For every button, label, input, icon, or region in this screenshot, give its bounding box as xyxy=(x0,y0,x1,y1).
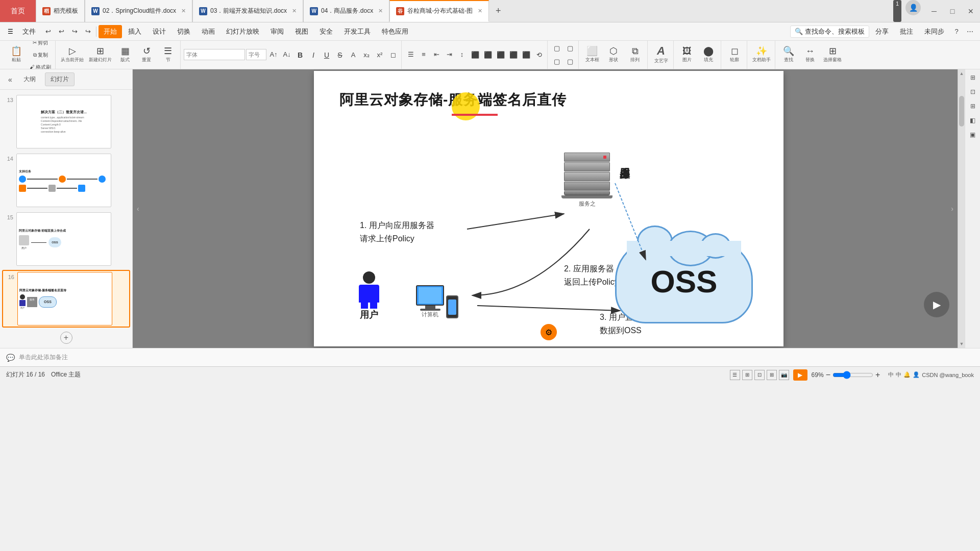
add-slide-button[interactable]: + xyxy=(60,332,72,344)
menu-devtools[interactable]: 开发工具 xyxy=(339,25,376,38)
tab-close-1[interactable]: ✕ xyxy=(181,8,186,14)
arrange-button[interactable]: ⧉ 排列 xyxy=(625,43,645,67)
align-justify-button[interactable]: ⬛ xyxy=(507,49,520,61)
new-slide-button[interactable]: ⊞ 新建幻灯片 xyxy=(87,43,114,67)
list-num-button[interactable]: ≡ xyxy=(418,48,430,61)
cut-button[interactable]: ✂ 剪切 xyxy=(28,41,53,48)
zoom-slider[interactable] xyxy=(832,371,873,379)
sidebar-tab-outline[interactable]: 大纲 xyxy=(18,73,41,86)
v-scrollbar[interactable]: ▲ ▼ xyxy=(958,69,965,348)
slide-item-13[interactable]: 13 解决方案（二）整复齐次请... content.type...applic… xyxy=(2,94,130,149)
draw-btn-4[interactable]: ▢ xyxy=(564,56,576,68)
undo-button[interactable]: ↩ xyxy=(42,26,54,38)
find-button[interactable]: 🔍 查找 xyxy=(778,43,799,67)
tab-close-4[interactable]: ✕ xyxy=(478,8,482,14)
prev-slide-button[interactable]: ‹ xyxy=(137,205,139,213)
menu-security[interactable]: 安全 xyxy=(314,25,338,38)
menu-animate[interactable]: 动画 xyxy=(197,25,220,38)
tab-gulimall[interactable]: 谷 谷粒商城-分布式基础-图 ✕ xyxy=(389,0,489,22)
tab-goods[interactable]: W 04．商品服务.docx ✕ xyxy=(303,0,389,22)
view-outline-button[interactable]: ⊞ xyxy=(742,370,752,380)
indent-button[interactable]: ⇤ xyxy=(430,48,443,61)
zoom-out-button[interactable]: − xyxy=(826,370,830,380)
menu-insert[interactable]: 插入 xyxy=(123,25,146,38)
tab-frontend[interactable]: W 03．前端开发基础知识.docx ✕ xyxy=(192,0,303,22)
notes-placeholder[interactable]: 单击此处添加备注 xyxy=(19,353,68,362)
tab-daoke[interactable]: 稻 稻壳模板 xyxy=(36,0,85,22)
v-scrollbar-thumb[interactable] xyxy=(959,96,964,127)
italic-button[interactable]: I xyxy=(307,49,320,61)
right-panel-btn-4[interactable]: ◧ xyxy=(967,114,979,127)
hamburger-menu[interactable]: ☰ xyxy=(4,26,16,38)
outdent-button[interactable]: ⇥ xyxy=(443,48,455,61)
bold-button[interactable]: B xyxy=(294,49,306,61)
layout-button[interactable]: ▦ 版式 xyxy=(115,43,135,67)
format-brush-button[interactable]: 🖌 格式刷 xyxy=(28,62,53,70)
shadow-button[interactable]: ◻ xyxy=(387,49,399,61)
outline-button[interactable]: ◻ 轮廓 xyxy=(724,43,745,67)
slide-item-16[interactable]: 16 阿里云对象存储-服务端签名后直传 用户 xyxy=(2,270,130,328)
maximize-button[interactable]: □ xyxy=(943,0,962,22)
draw-btn-1[interactable]: ▢ xyxy=(551,42,563,55)
subscript-button[interactable]: x₂ xyxy=(360,49,373,61)
font-increase-button[interactable]: A↑ xyxy=(267,48,280,61)
view-grid-button[interactable]: ⊞ xyxy=(767,370,777,380)
menu-sync[interactable]: 未同步 xyxy=(919,25,949,38)
font-family-input[interactable] xyxy=(184,49,245,60)
align-left-button[interactable]: ⬛ xyxy=(469,49,481,61)
textbox-button[interactable]: ⬜ 文本框 xyxy=(582,43,602,67)
section-button[interactable]: ☰ 节 xyxy=(158,43,178,67)
right-panel-btn-3[interactable]: ⊞ xyxy=(967,100,979,112)
line-spacing-button[interactable]: ↕ xyxy=(456,48,468,61)
menu-switch[interactable]: 切换 xyxy=(172,25,195,38)
draw-btn-2[interactable]: ▢ xyxy=(564,42,576,55)
reset-button[interactable]: ↺ 重置 xyxy=(136,43,157,67)
start-from-button[interactable]: ▷ 从当前开始 xyxy=(59,43,86,67)
tab-close-3[interactable]: ✕ xyxy=(378,8,383,14)
list-bullet-button[interactable]: ☰ xyxy=(405,48,417,61)
align-right-button[interactable]: ⬛ xyxy=(495,49,507,61)
right-panel-btn-1[interactable]: ⊞ xyxy=(967,71,979,84)
play-overlay-button[interactable]: ▶ xyxy=(924,292,949,317)
sidebar-tab-slides[interactable]: 幻灯片 xyxy=(45,72,75,86)
column-button[interactable]: ⬛ xyxy=(520,49,532,61)
view-photo-button[interactable]: 📷 xyxy=(779,370,789,380)
menu-comment[interactable]: 批注 xyxy=(895,25,918,38)
menu-view[interactable]: 视图 xyxy=(290,25,313,38)
zoom-in-button[interactable]: + xyxy=(875,370,880,380)
right-panel-btn-5[interactable]: ▣ xyxy=(967,129,979,141)
slide-item-14[interactable]: 14 支持任务 xyxy=(2,153,130,208)
menu-special[interactable]: 特色应用 xyxy=(377,25,413,38)
strikethrough-button[interactable]: S xyxy=(334,49,346,61)
menu-start[interactable]: 开始 xyxy=(99,25,122,38)
menu-file[interactable]: 文件 xyxy=(17,25,41,38)
more-button[interactable]: ⋯ xyxy=(964,26,976,38)
picture-button[interactable]: 🖼 图片 xyxy=(677,43,697,67)
help-button[interactable]: ? xyxy=(950,26,963,38)
search-box[interactable]: 🔍 查找命令、搜索模板 xyxy=(790,26,869,38)
user-avatar[interactable]: 👤 xyxy=(905,0,921,15)
menu-share[interactable]: 分享 xyxy=(870,25,894,38)
scroll-up-button[interactable]: ▲ xyxy=(959,70,965,77)
font-decrease-button[interactable]: A↓ xyxy=(281,48,293,61)
shape-button[interactable]: ⬡ 形状 xyxy=(603,43,624,67)
font-size-input[interactable] xyxy=(246,49,266,60)
text-dir-button[interactable]: ⟲ xyxy=(533,49,545,61)
select-pane-button[interactable]: ⊞ 选择窗格 xyxy=(821,43,844,67)
tab-springcloud[interactable]: W 02．SpringCloud组件.docx ✕ xyxy=(85,0,192,22)
copy-button[interactable]: ⧉ 复制 xyxy=(28,49,53,61)
next-slide-button[interactable]: › xyxy=(951,205,953,213)
replace-button[interactable]: ↔ 替换 xyxy=(800,43,820,67)
view-slide-button[interactable]: ⊡ xyxy=(754,370,765,380)
slide-item-15[interactable]: 15 阿里云对象存储-前端直接上传合成 用户 OSS xyxy=(2,211,130,267)
minimize-button[interactable]: ─ xyxy=(925,0,943,22)
tab-close-2[interactable]: ✕ xyxy=(292,8,297,14)
menu-design[interactable]: 设计 xyxy=(148,25,171,38)
wordart-button[interactable]: A 文艺字 xyxy=(651,43,671,67)
font-color-button[interactable]: A xyxy=(347,49,359,61)
right-panel-btn-2[interactable]: ⊡ xyxy=(967,86,979,98)
sidebar-collapse-button[interactable]: « xyxy=(6,74,14,85)
view-normal-button[interactable]: ☰ xyxy=(730,370,740,380)
undo2-button[interactable]: ↩ xyxy=(55,26,67,38)
menu-slideshow[interactable]: 幻灯片放映 xyxy=(221,25,264,38)
